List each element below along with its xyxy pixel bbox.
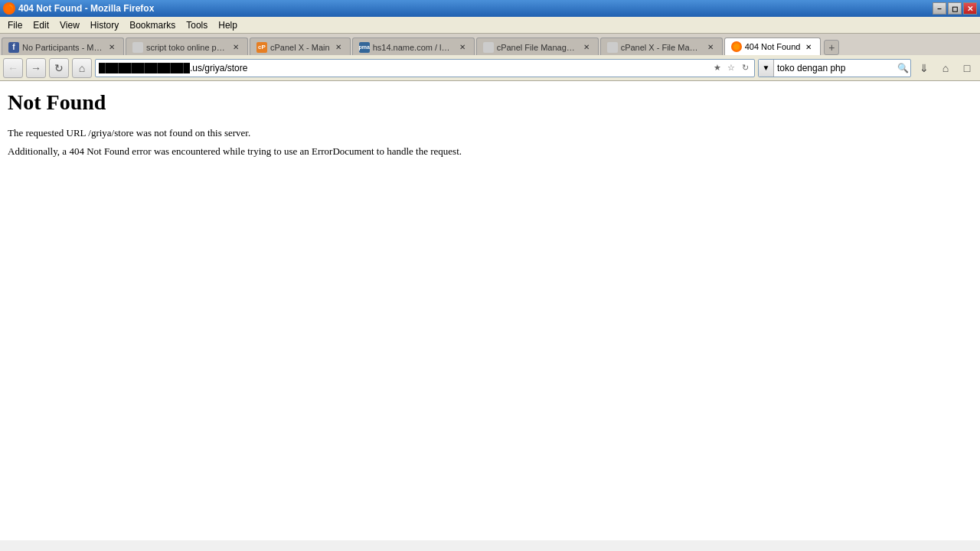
address-bar-input[interactable]	[99, 63, 710, 73]
tab-label: cPanel File Manager v3	[497, 43, 578, 52]
home-button[interactable]: ⌂	[72, 58, 92, 78]
minimize-button[interactable]: –	[933, 2, 946, 15]
cp-favicon-icon: cP	[256, 42, 267, 53]
menu-help[interactable]: Help	[214, 18, 242, 32]
tab-label: 404 Not Found	[745, 42, 801, 51]
tab-cpanel-file-v3[interactable]: cPanel File Manager v3 ✕	[476, 37, 599, 55]
tab-404-not-found[interactable]: 404 Not Found ✕	[724, 37, 822, 55]
window-controls[interactable]: – ◻ ✕	[933, 2, 977, 15]
tab-close-icon[interactable]: ✕	[230, 42, 241, 53]
search-go-button[interactable]: 🔍	[895, 60, 910, 77]
tab-close-icon[interactable]: ✕	[106, 42, 117, 53]
fb-favicon-icon: f	[8, 42, 19, 53]
firefox-logo-icon	[3, 2, 15, 15]
tab-cpanel-main[interactable]: cP cPanel X - Main ✕	[250, 37, 351, 55]
forward-button[interactable]: →	[26, 58, 46, 78]
tab-label: cPanel X - Main	[270, 43, 330, 52]
new-tab-button[interactable]: +	[824, 40, 839, 55]
menu-history[interactable]: History	[86, 18, 123, 32]
search-bar-container[interactable]: ▼ 🔍	[758, 59, 911, 77]
error-line1: The requested URL /griya/store was not f…	[8, 127, 972, 139]
address-icons: ★ ☆ ↻	[711, 62, 751, 74]
tab-label: No Participants - Messages	[22, 43, 103, 52]
tab-label: cPanel X - File Manager	[621, 43, 702, 52]
menu-tools[interactable]: Tools	[181, 18, 212, 32]
tab-close-icon[interactable]: ✕	[457, 42, 468, 53]
bookmark-star2-icon[interactable]: ☆	[725, 62, 737, 74]
tab-label: hs14.name.com / localhost / ...	[373, 43, 454, 52]
tab-cpanel-file-manager[interactable]: cPanel X - File Manager ✕	[600, 37, 723, 55]
close-button[interactable]: ✕	[963, 2, 977, 15]
title-bar-left: 404 Not Found - Mozilla Firefox	[3, 2, 154, 15]
blank-favicon-icon	[132, 42, 143, 53]
search-input[interactable]	[774, 63, 895, 73]
reload-small-icon[interactable]: ↻	[739, 62, 751, 74]
address-bar-container[interactable]: ★ ☆ ↻	[95, 59, 755, 77]
tab-no-participants[interactable]: f No Participants - Messages ✕	[2, 37, 124, 55]
home-toolbar-button[interactable]: ⌂	[936, 58, 956, 78]
tab-close-icon[interactable]: ✕	[333, 42, 344, 53]
download-button[interactable]: ⇓	[914, 58, 934, 78]
title-bar: 404 Not Found - Mozilla Firefox – ◻ ✕	[0, 0, 980, 17]
fullscreen-button[interactable]: □	[957, 58, 977, 78]
restore-button[interactable]: ◻	[948, 2, 962, 15]
menu-edit[interactable]: Edit	[28, 18, 54, 32]
menu-bar: File Edit View History Bookmarks Tools H…	[0, 17, 980, 34]
tab-bar: f No Participants - Messages ✕ script to…	[0, 34, 980, 55]
menu-view[interactable]: View	[55, 18, 84, 32]
tab-label: script toko online php silahka...	[146, 43, 227, 52]
bookmark-star-icon[interactable]: ★	[711, 62, 724, 74]
menu-bookmarks[interactable]: Bookmarks	[125, 18, 180, 32]
blank-favicon-icon	[607, 42, 618, 53]
nav-bar: ← → ↻ ⌂ ★ ☆ ↻ ▼ 🔍 ⇓ ⌂ □	[0, 55, 980, 81]
ff-favicon-icon	[731, 41, 742, 52]
page-content: Not Found The requested URL /griya/store…	[0, 81, 980, 540]
back-button[interactable]: ←	[3, 58, 23, 78]
menu-file[interactable]: File	[3, 18, 27, 32]
tab-close-icon[interactable]: ✕	[581, 42, 592, 53]
pma-favicon-icon: pma	[359, 42, 370, 53]
tab-close-icon[interactable]: ✕	[803, 41, 814, 52]
search-engine-dropdown[interactable]: ▼	[759, 60, 774, 77]
error-heading: Not Found	[8, 90, 972, 115]
tab-hs14[interactable]: pma hs14.name.com / localhost / ... ✕	[352, 37, 475, 55]
tab-close-icon[interactable]: ✕	[705, 42, 716, 53]
window-title: 404 Not Found - Mozilla Firefox	[18, 3, 154, 14]
toolbar-icons: ⇓ ⌂ □	[914, 58, 977, 78]
reload-button[interactable]: ↻	[49, 58, 69, 78]
error-line2: Additionally, a 404 Not Found error was …	[8, 145, 972, 158]
tab-script-toko[interactable]: script toko online php silahka... ✕	[126, 37, 248, 55]
blank-favicon-icon	[483, 42, 494, 53]
